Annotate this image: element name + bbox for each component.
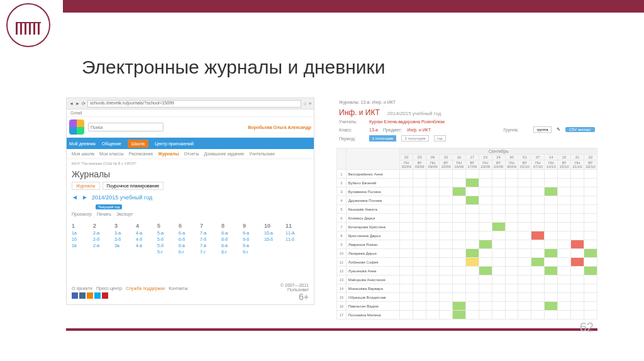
grade-cell[interactable] [545, 267, 558, 275]
grade-cell[interactable] [558, 284, 571, 293]
grade-cell[interactable] [413, 275, 426, 284]
grade-cell[interactable] [479, 258, 492, 267]
subnav-reports[interactable]: Отчеты [184, 152, 199, 156]
grade-cell[interactable] [465, 214, 479, 223]
period-2[interactable]: 2 полугодие [401, 135, 428, 142]
grade-cell[interactable] [558, 258, 571, 267]
grade-cell[interactable] [426, 187, 440, 196]
grade-cell[interactable] [571, 196, 584, 205]
grade-cell[interactable] [440, 214, 453, 223]
grade-cell[interactable] [545, 302, 558, 311]
class-link[interactable]: 2-а [93, 231, 114, 235]
grade-cell[interactable] [465, 187, 479, 196]
grade-cell[interactable] [492, 284, 505, 293]
grade-cell[interactable] [400, 293, 413, 302]
grade-cell[interactable] [452, 240, 465, 249]
grade-cell[interactable] [426, 179, 440, 187]
tab-lesson-planning[interactable]: Поурочное планирование [103, 182, 164, 190]
grade-cell[interactable] [571, 293, 584, 302]
grade-cell[interactable] [413, 196, 426, 205]
grade-cell[interactable] [413, 214, 426, 223]
date-day[interactable]: 01 [518, 155, 531, 160]
grade-cell[interactable] [440, 187, 453, 196]
grade-cell[interactable] [518, 302, 531, 311]
class-link[interactable]: 10-а [264, 231, 286, 235]
grade-cell[interactable] [479, 240, 492, 249]
grade-cell[interactable] [531, 223, 545, 231]
grade-cell[interactable] [479, 267, 492, 275]
grade-cell[interactable] [492, 223, 505, 231]
class-link[interactable]: 9-а [243, 231, 264, 235]
grade-cell[interactable] [545, 249, 558, 258]
grade-cell[interactable] [518, 267, 531, 275]
year-next-icon[interactable]: ► [82, 194, 88, 201]
gmail-tab[interactable]: Gmail [70, 111, 82, 115]
grade-cell[interactable] [584, 267, 597, 275]
grade-cell[interactable] [505, 258, 518, 267]
grade-cell[interactable] [584, 311, 597, 319]
grade-cell[interactable] [531, 275, 545, 284]
class-link[interactable]: 7-г [200, 250, 221, 254]
grade-cell[interactable] [426, 311, 440, 319]
grade-cell[interactable] [518, 214, 531, 223]
nav-communication[interactable]: Общение [102, 142, 121, 146]
grade-cell[interactable] [558, 170, 571, 179]
nav-my-diary[interactable]: Мой дневник [69, 142, 96, 146]
grade-cell[interactable] [440, 311, 453, 319]
grade-cell[interactable] [505, 170, 518, 179]
grade-cell[interactable] [440, 231, 453, 240]
class-link[interactable]: 4-в [136, 243, 157, 248]
grade-cell[interactable] [545, 240, 558, 249]
grade-cell[interactable] [584, 249, 597, 258]
grade-cell[interactable] [505, 302, 518, 311]
grade-cell[interactable] [558, 249, 571, 258]
grade-cell[interactable] [400, 170, 413, 179]
grade-cell[interactable] [518, 258, 531, 267]
grade-cell[interactable] [413, 179, 426, 187]
grade-cell[interactable] [465, 223, 479, 231]
date-day[interactable]: 14 [545, 155, 558, 160]
grade-cell[interactable] [413, 170, 426, 179]
grade-cell[interactable] [479, 293, 492, 302]
class-link[interactable]: 3-б [114, 237, 136, 242]
grade-cell[interactable] [571, 258, 584, 267]
grade-cell[interactable] [465, 311, 479, 319]
grade-cell[interactable] [479, 302, 492, 311]
grade-cell[interactable] [426, 275, 440, 284]
grade-cell[interactable] [413, 293, 426, 302]
grade-cell[interactable] [479, 223, 492, 231]
action-print[interactable]: Печать [97, 212, 111, 216]
star-icon[interactable]: ☆ [303, 101, 307, 106]
csv-export-button[interactable]: CSV экспорт [565, 127, 595, 132]
grade-cell[interactable] [452, 187, 465, 196]
grade-cell[interactable] [531, 214, 545, 223]
grade-cell[interactable] [479, 214, 492, 223]
date-day[interactable]: 15 [558, 155, 571, 160]
grade-cell[interactable] [558, 196, 571, 205]
grade-cell[interactable] [545, 214, 558, 223]
grade-cell[interactable] [465, 267, 479, 275]
student-name[interactable]: Климась Дарья [346, 214, 400, 223]
student-name[interactable]: Лазарева Дарья [346, 249, 400, 258]
grade-cell[interactable] [545, 223, 558, 231]
grade-cell[interactable] [400, 284, 413, 293]
grade-cell[interactable] [584, 240, 597, 249]
grade-cell[interactable] [426, 240, 440, 249]
class-link[interactable]: 5-б [157, 237, 179, 242]
grade-cell[interactable] [518, 223, 531, 231]
grade-cell[interactable] [518, 187, 531, 196]
grade-cell[interactable] [465, 196, 479, 205]
grade-cell[interactable] [452, 258, 465, 267]
grade-cell[interactable] [558, 187, 571, 196]
nav-school[interactable]: Школа [128, 140, 148, 148]
class-link[interactable]: 6-в [179, 243, 200, 248]
class-link[interactable]: 7-а [200, 231, 221, 235]
grade-cell[interactable] [492, 205, 505, 214]
grade-cell[interactable] [584, 179, 597, 187]
class-link[interactable]: 5-г [157, 250, 179, 254]
date-day[interactable]: 23 [479, 155, 492, 160]
student-name[interactable]: Павлютин Вадим [346, 302, 400, 311]
class-link[interactable]: 10-б [264, 237, 286, 242]
grade-cell[interactable] [558, 205, 571, 214]
grade-cell[interactable] [465, 249, 479, 258]
